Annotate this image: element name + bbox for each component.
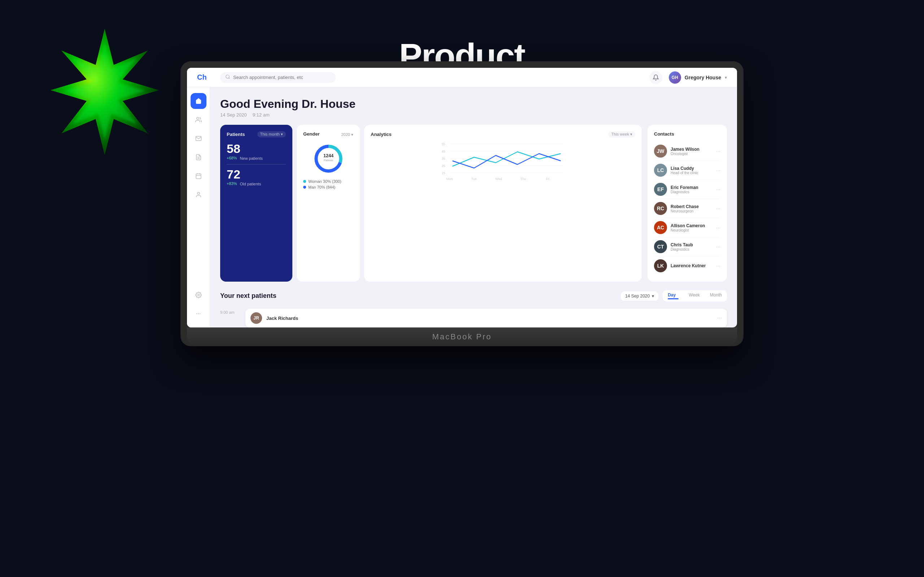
contact-avatar: AC <box>654 221 667 234</box>
contact-info: Lawrence Kutner <box>670 263 712 268</box>
contact-name: Eric Foreman <box>670 185 712 190</box>
search-input[interactable] <box>233 75 331 80</box>
contact-allison-cameron[interactable]: AC Allison Cameron Neurologist ··· <box>654 218 720 237</box>
gender-filter[interactable]: 2020 ▾ <box>341 132 353 137</box>
svg-text:45: 45 <box>442 150 446 153</box>
contact-more-button[interactable]: ··· <box>716 263 720 269</box>
new-patients-label: New patients <box>240 156 263 161</box>
contacts-title: Contacts <box>654 131 720 137</box>
greeting-text: Good Evening Dr. House <box>220 97 727 111</box>
appointment-more-button[interactable]: ··· <box>717 315 722 321</box>
contact-more-button[interactable]: ··· <box>716 167 720 173</box>
analytics-chart: 55 45 35 25 15 <box>371 141 635 181</box>
sidebar-item-home[interactable] <box>191 93 207 109</box>
contact-info: Allison Cameron Neurologist <box>670 223 712 232</box>
sidebar-more-button[interactable]: ··· <box>191 306 207 322</box>
search-icon <box>225 74 230 81</box>
contact-eric-foreman[interactable]: EF Eric Foreman Diagnostics ··· <box>654 180 720 199</box>
search-bar[interactable] <box>220 72 336 83</box>
patients-filter[interactable]: This month ▾ <box>257 131 286 137</box>
timeline: 9:00 am 11:15 am 12:00 am JR <box>220 307 727 327</box>
patients-card-title: Patients <box>227 132 245 137</box>
svg-text:Wed: Wed <box>495 177 502 181</box>
contact-lisa-cuddy[interactable]: LC Lisa Cuddy Head of the clinic ··· <box>654 161 720 180</box>
user-profile[interactable]: GH Gregory House ▾ <box>669 71 727 84</box>
contact-info: Lisa Cuddy Head of the clinic <box>670 166 712 175</box>
notifications-button[interactable] <box>649 71 662 84</box>
svg-text:1244: 1244 <box>323 153 333 158</box>
appointments-column: JR Jack Richards ··· <box>246 307 727 327</box>
analytics-title: Analytics <box>371 132 392 137</box>
contact-james-wilson[interactable]: JW James Wilson Oncologist ··· <box>654 142 720 161</box>
old-patients-label: Old patients <box>240 182 261 186</box>
star-decoration <box>29 22 181 173</box>
analytics-card: Analytics This week ▾ 55 45 35 25 <box>364 125 642 282</box>
sidebar-item-team[interactable] <box>191 187 207 203</box>
contact-info: Chris Taub Diagnostics <box>670 242 712 251</box>
tab-day[interactable]: Day <box>663 290 683 301</box>
woman-pct: 30% <box>323 179 331 184</box>
svg-point-9 <box>197 294 199 296</box>
svg-text:55: 55 <box>442 142 446 146</box>
svg-text:Thu: Thu <box>520 177 526 181</box>
contact-avatar: RC <box>654 202 667 215</box>
date-time: 14 Sep 2020 9:12 am <box>220 112 727 118</box>
navbar: Ch <box>187 68 737 87</box>
contact-robert-chase[interactable]: RC Robert Chase Neurosurgeon ··· <box>654 199 720 218</box>
schedule-section: Your next patients 14 Sep 2020 ▾ Day <box>220 290 727 327</box>
user-name: Gregory House <box>685 75 721 81</box>
patient-avatar: JR <box>250 312 262 324</box>
tab-month[interactable]: Month <box>705 290 727 301</box>
contact-lawrence-kutner[interactable]: LK Lawrence Kutner ··· <box>654 256 720 275</box>
svg-point-8 <box>197 192 200 194</box>
svg-text:Fri: Fri <box>546 177 550 181</box>
contact-info: Eric Foreman Diagnostics <box>670 185 712 194</box>
contact-name: Chris Taub <box>670 242 712 247</box>
sidebar-item-calendar[interactable] <box>191 168 207 184</box>
contact-more-button[interactable]: ··· <box>716 187 720 192</box>
date-picker[interactable]: 14 Sep 2020 ▾ <box>621 292 658 301</box>
contact-role: Diagnostics <box>670 190 712 194</box>
svg-rect-4 <box>196 174 201 179</box>
view-tabs: Day Week Month <box>663 290 727 301</box>
gender-legend-man: Man 70% (844) <box>303 185 353 189</box>
appointment-jack-richards[interactable]: JR Jack Richards ··· <box>246 309 727 327</box>
gender-card: Gender 2020 ▾ <box>297 125 360 282</box>
sidebar-item-messages[interactable] <box>191 131 207 147</box>
gender-donut-chart: 1244 Patients <box>312 142 345 175</box>
contact-more-button[interactable]: ··· <box>716 148 720 154</box>
logo: Ch <box>197 73 212 82</box>
sidebar-item-patients[interactable] <box>191 112 207 128</box>
contact-role: Neurologist <box>670 228 712 232</box>
contact-more-button[interactable]: ··· <box>716 244 720 250</box>
old-patients-count: 72 <box>227 168 286 180</box>
avatar: GH <box>669 71 681 84</box>
new-patients-count: 58 <box>227 142 286 155</box>
contact-more-button[interactable]: ··· <box>716 206 720 211</box>
contact-more-button[interactable]: ··· <box>716 225 720 230</box>
contact-name: Robert Chase <box>670 204 712 209</box>
macbook-chin: MacBook Pro <box>187 327 737 346</box>
old-patients-pct: +83% <box>227 181 237 186</box>
man-pct: 70% <box>317 185 325 189</box>
schedule-title: Your next patients <box>220 292 276 300</box>
contact-avatar: CT <box>654 240 667 253</box>
contact-name: Lisa Cuddy <box>670 166 712 171</box>
contact-chris-taub[interactable]: CT Chris Taub Diagnostics ··· <box>654 237 720 256</box>
svg-text:Mon: Mon <box>446 177 453 181</box>
contact-role: Head of the clinic <box>670 171 712 175</box>
svg-point-1 <box>196 117 199 119</box>
contact-name: James Wilson <box>670 147 712 152</box>
time-label-900: 9:00 am <box>220 310 246 327</box>
contact-name: Allison Cameron <box>670 223 712 228</box>
tab-week[interactable]: Week <box>683 290 704 301</box>
sidebar-item-settings[interactable] <box>191 287 207 303</box>
gender-legend-woman: Woman 30% (300) <box>303 179 353 184</box>
contact-avatar: LK <box>654 259 667 272</box>
chevron-down-icon: ▾ <box>725 75 727 80</box>
sidebar: ··· <box>187 87 210 327</box>
analytics-filter[interactable]: This week ▾ <box>608 131 635 137</box>
contact-avatar: JW <box>654 145 667 158</box>
sidebar-item-documents[interactable] <box>191 149 207 165</box>
dashboard-content: Good Evening Dr. House 14 Sep 2020 9:12 … <box>210 87 737 327</box>
